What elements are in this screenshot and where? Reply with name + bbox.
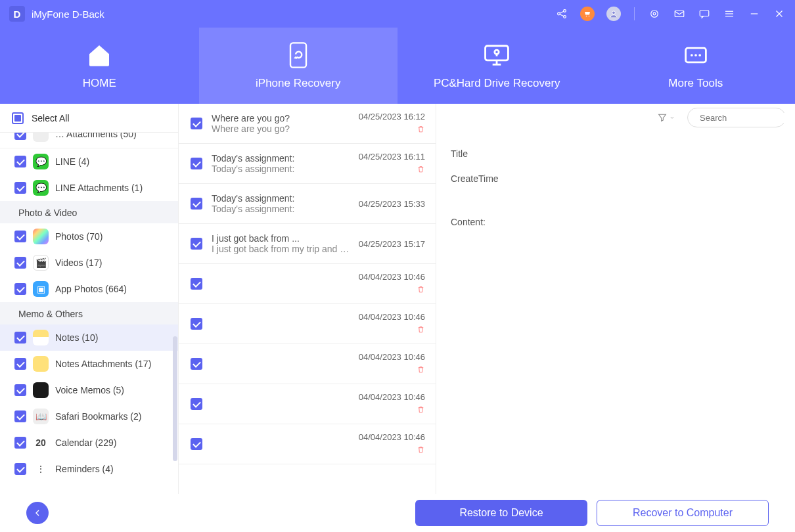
profile-icon[interactable] — [606, 7, 621, 21]
nav-label: PC&Hard Drive Recovery — [434, 77, 560, 90]
svg-rect-11 — [700, 11, 709, 16]
item-checkbox[interactable] — [14, 156, 26, 167]
cal-icon: 20 — [33, 435, 49, 451]
sidebar-group: Photo & Video — [0, 201, 178, 223]
item-checkbox[interactable] — [14, 133, 26, 140]
item-checkbox[interactable] — [14, 182, 26, 194]
sidebar-item[interactable]: … Attachments (50) — [0, 133, 178, 147]
search-input[interactable] — [700, 113, 795, 123]
sidebar-item-photos[interactable]: Photos (70) — [0, 223, 178, 250]
note-date: 04/04/2023 10:46 — [359, 392, 425, 402]
category-sidebar: Select All … Attachments (50)💬LINE (4)💬L… — [0, 104, 179, 494]
separator — [634, 7, 635, 20]
app-logo: D — [9, 6, 25, 22]
nav-more-tools[interactable]: More Tools — [597, 28, 796, 104]
trash-icon[interactable] — [417, 365, 425, 376]
item-checkbox[interactable] — [14, 283, 26, 295]
sidebar-item-voice[interactable]: Voice Memos (5) — [0, 377, 178, 403]
note-row[interactable]: Today's assignment:Today's assignment:04… — [179, 144, 436, 184]
note-checkbox[interactable] — [191, 438, 202, 450]
note-checkbox[interactable] — [191, 198, 202, 210]
item-checkbox[interactable] — [14, 384, 26, 396]
note-row[interactable]: 04/04/2023 10:46 — [179, 264, 436, 304]
note-row[interactable]: Where are you go?Where are you go?04/25/… — [179, 104, 436, 144]
titlebar-actions — [555, 7, 786, 21]
share-icon[interactable] — [555, 7, 568, 20]
close-icon[interactable] — [773, 7, 786, 20]
titlebar: D iMyFone D-Back — [0, 0, 795, 28]
sidebar-item-appphotos[interactable]: ▣App Photos (664) — [0, 276, 178, 302]
sidebar-item-rem[interactable]: ⋮Reminders (4) — [0, 456, 178, 482]
note-row[interactable]: 04/04/2023 10:46 — [179, 304, 436, 344]
nav-label: iPhone Recovery — [256, 77, 340, 90]
sidebar-scrollbar[interactable] — [173, 336, 177, 461]
sidebar-item-line2[interactable]: 💬LINE Attachments (1) — [0, 175, 178, 201]
select-all-checkbox[interactable] — [12, 112, 24, 124]
note-row[interactable]: I just got back from ...I just got back … — [179, 224, 436, 264]
feedback-icon[interactable] — [698, 7, 711, 20]
nav-iphone-recovery[interactable]: iPhone Recovery — [199, 28, 398, 104]
note-checkbox[interactable] — [191, 398, 202, 410]
cart-icon[interactable] — [580, 7, 595, 21]
main-nav: HOME iPhone Recovery PC&Hard Drive Recov… — [0, 28, 795, 104]
sidebar-item-notes[interactable]: Notes (10) — [0, 324, 178, 351]
item-checkbox[interactable] — [14, 463, 26, 475]
note-subtitle: I just got back from my trip and I w... — [212, 244, 350, 254]
svg-point-27 — [698, 54, 701, 56]
note-row[interactable]: 04/04/2023 10:46 — [179, 424, 436, 464]
mail-icon[interactable] — [673, 7, 686, 20]
item-checkbox[interactable] — [14, 257, 26, 269]
item-checkbox[interactable] — [14, 231, 26, 242]
minimize-icon[interactable] — [748, 7, 761, 20]
app-title: iMyFone D-Back — [32, 9, 555, 20]
note-title: I just got back from ... — [212, 233, 350, 244]
search-input-wrapper[interactable] — [687, 108, 786, 127]
sidebar-item-notesatt[interactable]: Notes Attachments (17) — [0, 351, 178, 377]
note-row[interactable]: 04/04/2023 10:46 — [179, 384, 436, 424]
trash-icon[interactable] — [417, 445, 425, 456]
menu-icon[interactable] — [723, 7, 736, 20]
sidebar-item-safari[interactable]: 📖Safari Bookmarks (2) — [0, 403, 178, 430]
note-checkbox[interactable] — [191, 118, 202, 129]
note-row[interactable]: 04/04/2023 10:46 — [179, 344, 436, 384]
select-all-label: Select All — [32, 113, 70, 123]
restore-to-device-button[interactable]: Restore to Device — [415, 500, 587, 526]
sidebar-item-cal[interactable]: 20Calendar (229) — [0, 430, 178, 456]
item-checkbox[interactable] — [14, 410, 26, 422]
monitor-key-icon — [483, 41, 511, 69]
notes-panel: Where are you go?Where are you go?04/25/… — [179, 104, 436, 494]
nav-pc-recovery[interactable]: PC&Hard Drive Recovery — [398, 28, 597, 104]
select-all-toggle[interactable]: Select All — [0, 104, 178, 133]
item-checkbox[interactable] — [14, 437, 26, 449]
filter-button[interactable] — [657, 112, 675, 123]
settings-icon[interactable] — [648, 7, 661, 20]
note-checkbox[interactable] — [191, 358, 202, 370]
back-button[interactable] — [26, 502, 49, 524]
detail-panel: Title CreateTime Content: — [436, 104, 795, 494]
sidebar-item-label: Reminders (4) — [55, 464, 114, 474]
note-subtitle: Where are you go? — [212, 123, 350, 134]
note-checkbox[interactable] — [191, 238, 202, 250]
trash-icon[interactable] — [417, 405, 425, 416]
recover-to-computer-button[interactable]: Recover to Computer — [597, 500, 769, 526]
sidebar-item-videos[interactable]: 🎬Videos (17) — [0, 250, 178, 276]
sidebar-item-label: LINE (4) — [55, 156, 89, 167]
trash-icon[interactable] — [417, 324, 425, 336]
trash-icon[interactable] — [417, 124, 425, 136]
item-checkbox[interactable] — [14, 332, 26, 344]
line-icon: 💬 — [33, 154, 49, 169]
note-date: 04/04/2023 10:46 — [359, 312, 425, 322]
sidebar-item-line[interactable]: 💬LINE (4) — [0, 148, 178, 175]
trash-icon[interactable] — [417, 284, 425, 296]
note-checkbox[interactable] — [191, 158, 202, 169]
footer-bar: Restore to Device Recover to Computer — [0, 494, 795, 532]
note-checkbox[interactable] — [191, 278, 202, 290]
sidebar-item-label: Calendar (229) — [55, 437, 116, 448]
nav-home[interactable]: HOME — [0, 28, 199, 104]
item-checkbox[interactable] — [14, 358, 26, 370]
trash-icon[interactable] — [417, 164, 425, 176]
note-checkbox[interactable] — [191, 318, 202, 330]
note-row[interactable]: Today's assignment:Today's assignment:04… — [179, 184, 436, 224]
note-subtitle: Today's assignment: — [212, 204, 350, 214]
more-icon — [682, 41, 710, 69]
